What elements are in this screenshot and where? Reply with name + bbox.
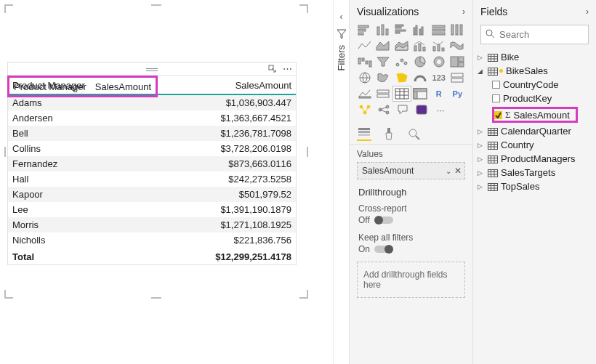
svg-point-36	[437, 60, 441, 64]
table-node-topsales[interactable]: ▷TopSales	[476, 179, 592, 193]
format-tab-icon[interactable]	[382, 126, 396, 141]
table-node-bike[interactable]: ▷Bike	[476, 50, 592, 64]
expand-filters-icon[interactable]: ‹	[340, 12, 343, 22]
filled-map-icon[interactable]	[374, 70, 393, 86]
svg-rect-94	[488, 170, 498, 177]
area-chart-icon[interactable]	[374, 38, 393, 54]
svg-rect-39	[459, 62, 464, 67]
power-apps-icon[interactable]	[412, 102, 431, 118]
svg-rect-17	[432, 33, 445, 35]
table-node-bikesales[interactable]: ◢BikeSales	[476, 64, 592, 78]
expand-icon[interactable]: ▷	[478, 128, 485, 135]
line-chart-icon[interactable]	[355, 38, 374, 54]
field-checkbox[interactable]	[492, 94, 500, 102]
expand-icon[interactable]: ▷	[478, 54, 485, 61]
analytics-tab-icon[interactable]	[406, 126, 421, 141]
table-icon	[488, 67, 498, 75]
values-field-well[interactable]: SalesAmount ⌄ ✕	[357, 162, 465, 179]
more-visuals-icon[interactable]: ···	[431, 102, 450, 118]
svg-rect-29	[366, 61, 368, 64]
expand-icon[interactable]: ▷	[478, 169, 485, 177]
svg-rect-7	[395, 25, 403, 26]
well-chevron-down-icon[interactable]: ⌄	[446, 167, 451, 175]
table-node-country[interactable]: ▷Country	[476, 138, 592, 152]
table-label: Bike	[501, 52, 519, 62]
svg-rect-2	[358, 29, 366, 31]
pie-icon[interactable]	[411, 54, 430, 70]
field-node-productkey[interactable]: ProductKey	[476, 92, 592, 105]
expand-icon[interactable]: ▷	[478, 183, 485, 190]
keep-filters-label: Keep all filters	[350, 230, 472, 243]
stacked-column-icon[interactable]	[374, 22, 393, 38]
svg-rect-61	[358, 128, 370, 130]
field-node-countrycode[interactable]: CountryCode	[476, 78, 592, 92]
gauge-icon[interactable]	[411, 70, 430, 86]
waterfall-icon[interactable]	[355, 54, 374, 70]
card-icon[interactable]: 123	[430, 70, 448, 86]
field-checkbox[interactable]	[494, 111, 502, 119]
search-icon	[486, 29, 495, 41]
filters-pane-collapsed[interactable]: ‹ Filters	[333, 0, 349, 364]
stacked-area-icon[interactable]	[392, 38, 411, 54]
svg-rect-69	[488, 54, 498, 62]
slicer-icon[interactable]	[374, 86, 393, 102]
visualizations-pane: Visualizations ›	[349, 0, 472, 364]
table-node-calendarquarter[interactable]: ▷CalendarQuarter	[476, 124, 592, 138]
key-influencers-icon[interactable]	[355, 102, 374, 118]
r-visual-icon[interactable]: R	[430, 86, 448, 102]
svg-rect-89	[488, 156, 498, 163]
svg-rect-3	[358, 33, 363, 35]
combo-chart-2-icon[interactable]	[430, 38, 448, 54]
stacked-bar-icon[interactable]	[355, 22, 374, 38]
svg-rect-42	[451, 78, 463, 82]
kpi-icon[interactable]	[355, 86, 374, 102]
stacked-bar-100-icon[interactable]	[430, 22, 448, 38]
map-icon[interactable]	[355, 70, 374, 86]
python-visual-icon[interactable]: Py	[448, 86, 467, 102]
table-node-salestargets[interactable]: ▷SalesTargets	[476, 166, 592, 179]
svg-rect-15	[432, 25, 445, 28]
field-node-salesamount[interactable]: ΣSalesAmount	[476, 105, 592, 124]
scatter-icon[interactable]	[392, 54, 411, 70]
svg-rect-27	[358, 58, 361, 64]
keep-filters-state: On	[358, 244, 370, 254]
clustered-bar-icon[interactable]	[392, 22, 411, 38]
filters-label: Filters	[336, 45, 347, 70]
fields-tab-icon[interactable]	[357, 126, 371, 141]
matrix-icon[interactable]	[411, 86, 430, 102]
svg-rect-44	[377, 90, 389, 93]
table-node-productmanagers[interactable]: ▷ProductManagers	[476, 152, 592, 166]
search-input[interactable]	[498, 28, 596, 41]
qa-visual-icon[interactable]	[393, 102, 412, 118]
clustered-column-icon[interactable]	[411, 22, 430, 38]
fields-pane: Fields › ▷Bike◢BikeSalesCountryCodeProdu…	[472, 0, 596, 364]
ribbon-chart-icon[interactable]	[448, 38, 467, 54]
cross-report-toggle[interactable]	[374, 217, 393, 224]
expand-icon[interactable]: ▷	[478, 155, 485, 163]
drillthrough-dropzone[interactable]: Add drillthrough fields here	[357, 262, 465, 298]
donut-icon[interactable]	[430, 54, 448, 70]
keep-filters-toggle[interactable]	[374, 246, 393, 253]
shape-map-icon[interactable]	[392, 70, 411, 86]
svg-rect-46	[395, 89, 408, 99]
svg-rect-84	[488, 142, 498, 150]
expand-icon[interactable]: ◢	[478, 68, 485, 75]
stacked-column-100-icon[interactable]	[448, 22, 467, 38]
combo-chart-icon[interactable]	[411, 38, 430, 54]
svg-rect-24	[433, 46, 435, 51]
treemap-icon[interactable]	[448, 54, 467, 70]
active-dot-icon	[499, 69, 503, 73]
field-checkbox[interactable]	[492, 81, 500, 89]
svg-rect-38	[459, 57, 464, 62]
funnel-icon[interactable]	[374, 54, 393, 70]
expand-icon[interactable]: ▷	[478, 142, 485, 149]
report-canvas[interactable]: Product Manager SalesAmount Adams$1,036,…	[0, 0, 333, 364]
collapse-fields-icon[interactable]: ›	[586, 7, 589, 17]
fields-search[interactable]	[480, 25, 589, 44]
well-remove-icon[interactable]: ✕	[454, 166, 462, 176]
svg-rect-37	[451, 57, 458, 67]
table-icon[interactable]	[392, 86, 411, 102]
collapse-visualizations-icon[interactable]: ›	[462, 7, 465, 17]
multi-row-card-icon[interactable]	[448, 70, 467, 86]
decomposition-tree-icon[interactable]	[374, 102, 393, 118]
